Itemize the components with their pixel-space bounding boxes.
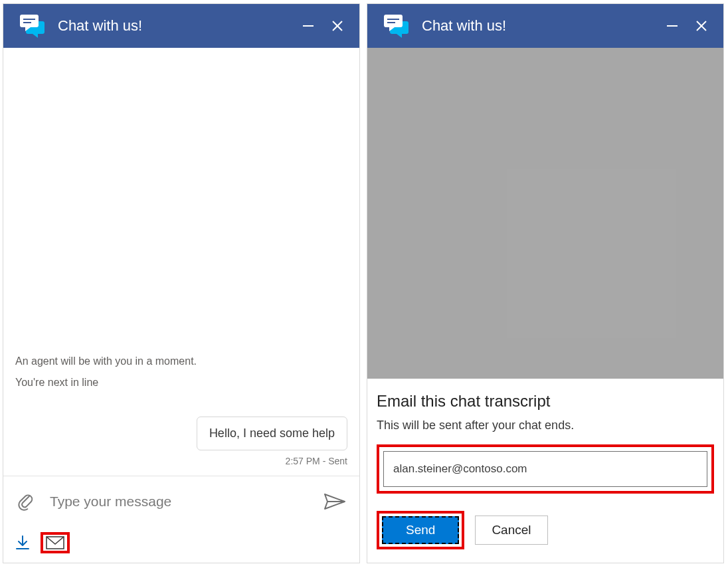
- panel-subtitle: This will be sent after your chat ends.: [377, 419, 714, 432]
- svg-rect-11: [387, 19, 399, 20]
- user-message-bubble: Hello, I need some help: [197, 417, 347, 450]
- cancel-button[interactable]: Cancel: [475, 516, 547, 545]
- minimize-button[interactable]: [662, 16, 682, 36]
- chat-footer: [3, 525, 359, 563]
- chat-widget-right: Chat with us! An agent will be with you …: [367, 3, 724, 563]
- system-message: You're next in line: [15, 377, 347, 389]
- input-area: [3, 476, 359, 525]
- close-button[interactable]: [691, 16, 711, 36]
- email-transcript-highlight: [41, 532, 70, 553]
- messages-area: An agent will be with you in a moment. Y…: [3, 48, 359, 476]
- system-message: An agent will be with you in a moment.: [15, 355, 347, 367]
- email-transcript-icon[interactable]: [46, 536, 64, 549]
- message-input[interactable]: [48, 493, 309, 510]
- message-timestamp: 2:57 PM - Sent: [15, 456, 347, 466]
- send-button-highlight: Send: [377, 511, 464, 549]
- chat-bubbles-icon: [18, 13, 48, 39]
- panel-buttons: Send Cancel: [377, 511, 714, 549]
- chat-title: Chat with us!: [422, 17, 653, 35]
- svg-rect-10: [384, 15, 403, 27]
- download-transcript-icon[interactable]: [15, 535, 30, 551]
- chat-bubbles-icon: [382, 13, 412, 39]
- svg-rect-3: [23, 22, 31, 23]
- svg-rect-1: [20, 15, 39, 27]
- chat-widget-left: Chat with us! An agent will be with you …: [3, 3, 360, 563]
- minimize-button[interactable]: [298, 16, 318, 36]
- send-icon[interactable]: [323, 493, 346, 510]
- chat-header: Chat with us!: [367, 4, 723, 48]
- email-input[interactable]: [383, 451, 707, 487]
- chat-header: Chat with us!: [3, 4, 359, 48]
- close-button[interactable]: [327, 16, 347, 36]
- email-transcript-panel: Email this chat transcript This will be …: [367, 379, 723, 563]
- panel-title: Email this chat transcript: [377, 392, 714, 411]
- svg-rect-2: [23, 19, 35, 20]
- chat-title: Chat with us!: [58, 17, 289, 35]
- email-input-highlight: [377, 444, 714, 494]
- svg-rect-12: [387, 22, 395, 23]
- send-button[interactable]: Send: [382, 516, 459, 544]
- attachment-icon[interactable]: [17, 492, 34, 511]
- modal-overlay: [367, 48, 723, 380]
